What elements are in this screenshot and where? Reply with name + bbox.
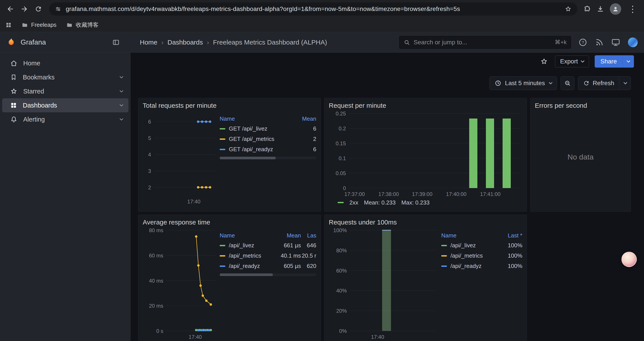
bookmark-folder-freeleaps[interactable]: Freeleaps <box>22 22 56 28</box>
scrollbar-thumb[interactable] <box>220 273 273 276</box>
sidebar-item-alerting[interactable]: Alerting <box>2 112 128 126</box>
chevron-down-icon <box>581 59 584 63</box>
chart-svg: 2345617:40 <box>143 111 218 205</box>
legend-cell: /api/_readyz <box>441 263 496 269</box>
legend-row[interactable]: GET /api/_readyz6 <box>220 144 316 154</box>
panel-average-response-time: Average response time 0 s20 ms40 ms60 ms… <box>138 215 321 341</box>
chevron-down-icon[interactable] <box>120 89 124 93</box>
chart-svg: 0 s20 ms40 ms60 ms80 ms17:40 <box>143 228 218 340</box>
legend-scrollbar[interactable] <box>220 157 316 159</box>
extensions-puzzle-icon[interactable] <box>584 5 591 13</box>
request-per-minute-chart[interactable]: 00.050.10.150.20.2517:37:0017:38:0017:39… <box>329 111 522 198</box>
legend-header: NameLast * <box>441 231 522 240</box>
legend-inline[interactable]: 2xx Mean: 0.233 Max: 0.233 <box>329 198 522 207</box>
zoom-out-button[interactable] <box>560 76 574 90</box>
sidebar-item-bookmarks[interactable]: Bookmarks <box>2 70 128 84</box>
legend-row[interactable]: /api/_livez661 µs646 <box>220 240 316 251</box>
bookmark-folder-blogs[interactable]: 收藏博客 <box>66 21 99 29</box>
legend-cell: Name <box>441 232 496 239</box>
folder-icon <box>22 22 28 28</box>
legend-row[interactable]: GET /api/_metrics2 <box>220 134 316 144</box>
floating-avatar[interactable] <box>622 252 637 267</box>
time-range-picker[interactable]: Last 5 minutes <box>490 76 557 90</box>
series-name: /api/_metrics <box>450 252 483 259</box>
panel-errors-per-second: Errors per second No data <box>530 98 631 212</box>
search-input[interactable] <box>414 39 551 46</box>
panel-title[interactable]: Average response time <box>143 217 316 228</box>
help-icon[interactable]: ? <box>578 38 588 47</box>
requests-under-100ms-chart[interactable]: 0%20%40%60%80%100%17:40 <box>329 228 439 340</box>
share-button[interactable]: Share <box>595 55 622 68</box>
brand-block: Grafana <box>0 37 124 47</box>
series-name: /api/_metrics <box>229 252 261 259</box>
legend-row[interactable]: /api/_readyz605 µs620 <box>220 261 316 271</box>
chart-svg: 00.050.10.150.20.2517:37:0017:38:0017:39… <box>329 111 522 198</box>
grafana-header: Grafana Home › Dashboards › Freeleaps Me… <box>0 32 644 53</box>
bookmark-star-icon[interactable] <box>565 6 572 13</box>
bookmark-label: Freeleaps <box>31 22 56 28</box>
panel-title[interactable]: Requests under 100ms <box>329 217 522 228</box>
legend-row[interactable]: /api/_livez100% <box>441 240 522 251</box>
downloads-icon[interactable] <box>597 5 604 13</box>
sidebar-item-label: Starred <box>23 88 114 95</box>
sidebar-item-label: Home <box>23 60 123 67</box>
clock-icon <box>494 80 502 87</box>
share-menu-button[interactable] <box>622 55 634 68</box>
browser-menu-kebab-icon[interactable]: ⋮ <box>627 5 638 14</box>
site-settings-icon[interactable] <box>55 6 62 12</box>
legend-row[interactable]: GET /api/_livez6 <box>220 124 316 134</box>
news-feed-icon[interactable] <box>595 38 604 47</box>
panel-title[interactable]: Errors per second <box>535 100 626 111</box>
grafana-logo[interactable] <box>6 37 16 47</box>
sidebar-item-starred[interactable]: Starred <box>2 84 128 98</box>
chevron-down-icon[interactable] <box>120 117 124 121</box>
breadcrumb-home[interactable]: Home <box>140 39 158 46</box>
breadcrumb: Home › Dashboards › Freeleaps Metrics Da… <box>140 39 327 46</box>
panel-title[interactable]: Request per minute <box>329 100 522 111</box>
panel-title[interactable]: Total requests per minute <box>143 100 316 111</box>
export-button[interactable]: Export <box>555 56 589 67</box>
sidebar-toggle-icon[interactable] <box>112 39 120 46</box>
total-requests-chart[interactable]: 2345617:40 <box>143 111 218 205</box>
search-box[interactable]: ⌘+k <box>398 35 572 49</box>
reload-button[interactable] <box>32 3 45 15</box>
header-icons: ? <box>572 37 644 47</box>
svg-text:6: 6 <box>148 119 151 125</box>
legend-row[interactable]: /api/_readyz100% <box>441 261 522 271</box>
back-button[interactable] <box>4 3 17 15</box>
svg-text:17:40: 17:40 <box>187 199 200 204</box>
legend-cell: Mean <box>292 115 316 122</box>
reload-icon <box>35 5 42 13</box>
scrollbar-thumb[interactable] <box>220 157 276 159</box>
url-bar[interactable]: grafana.mathmast.com/d/deytv4rwavabkb/fr… <box>49 3 577 16</box>
user-avatar[interactable] <box>628 37 638 47</box>
svg-text:3: 3 <box>148 168 151 174</box>
average-response-time-chart[interactable]: 0 s20 ms40 ms60 ms80 ms17:40 <box>143 228 218 340</box>
legend-scrollbar[interactable] <box>220 273 316 276</box>
legend-row[interactable]: /api/_metrics40.1 ms20.5 r <box>220 251 316 261</box>
chevron-down-icon[interactable] <box>120 103 124 107</box>
svg-text:17:37:00: 17:37:00 <box>344 191 365 197</box>
favorite-star-button[interactable] <box>539 56 549 67</box>
breadcrumb-current: Freeleaps Metrics Dashboard (ALPHA) <box>213 39 327 46</box>
apps-grid-icon[interactable] <box>5 22 12 28</box>
svg-text:0.25: 0.25 <box>336 111 346 117</box>
refresh-interval-button[interactable] <box>619 77 631 90</box>
legend-row[interactable]: /api/_metrics100% <box>441 251 522 261</box>
sidebar-item-dashboards[interactable]: Dashboards <box>2 98 128 112</box>
svg-text:100%: 100% <box>334 228 347 233</box>
legend-cell: 646 <box>301 242 316 249</box>
forward-button[interactable] <box>18 3 31 15</box>
series-color-dash <box>441 245 447 246</box>
refresh-button[interactable]: Refresh <box>578 77 619 90</box>
chevron-down-icon[interactable] <box>120 75 124 79</box>
legend-cell: Name <box>220 232 268 239</box>
legend-cell: GET /api/_livez <box>220 125 292 132</box>
series-color-dash <box>220 149 225 150</box>
browser-profile-avatar[interactable] <box>610 3 621 15</box>
monitor-icon[interactable] <box>611 38 620 47</box>
refresh-icon <box>583 80 590 87</box>
sidebar-item-home[interactable]: Home <box>2 56 128 70</box>
breadcrumb-dashboards[interactable]: Dashboards <box>168 39 203 46</box>
person-icon <box>612 5 619 13</box>
